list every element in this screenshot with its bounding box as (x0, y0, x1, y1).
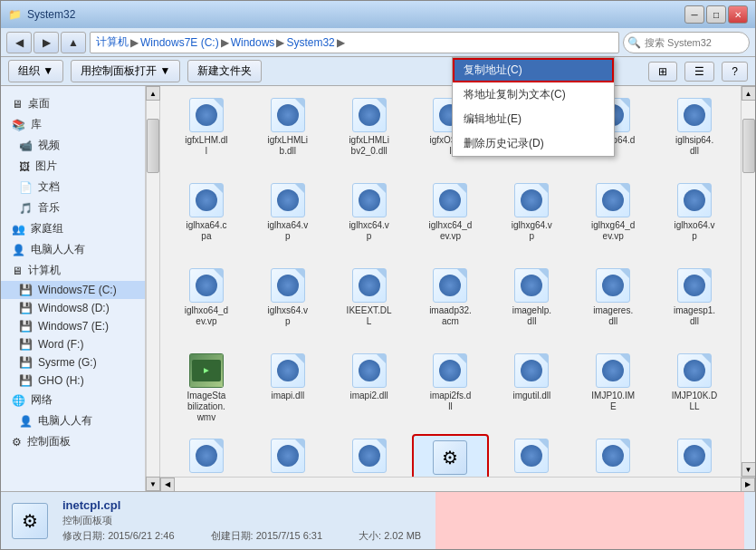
file-item[interactable]: iglhxa64.vp (249, 179, 327, 260)
organize-button[interactable]: 组织 ▼ (8, 60, 63, 82)
file-label: inetcomm.dll (349, 476, 390, 477)
sidebar-scroll-down[interactable]: ▼ (146, 477, 160, 491)
file-item[interactable]: imagehlp.dll (493, 264, 570, 345)
drive-g-icon: 💾 (19, 356, 33, 369)
path-drive[interactable]: Windows7E (C:) (140, 36, 219, 49)
file-label: imgutil.dll (513, 391, 551, 401)
maximize-button[interactable]: □ (706, 5, 726, 24)
view-button[interactable]: ⊞ (648, 62, 677, 82)
main-area: 🖥 桌面 📚 库 📹 视频 🖼 图片 📄 文档 🎵 音乐 (1, 86, 755, 491)
forward-button[interactable]: ▶ (33, 32, 59, 53)
view-toggle-button[interactable]: ☰ (684, 62, 714, 82)
sidebar-item-computer[interactable]: 🖥 计算机 (1, 260, 145, 281)
sidebar-item-control-panel[interactable]: ⚙ 控制面板 (1, 431, 145, 452)
path-windows[interactable]: Windows (231, 36, 275, 49)
file-label: inetpp.dll (595, 476, 631, 477)
file-label: imapi.dll (271, 391, 304, 401)
dropdown-item-edit[interactable]: 编辑地址(E) (453, 107, 614, 131)
file-item[interactable]: ▶ ImageStabilization.wmv (167, 349, 245, 430)
sidebar-item-drive-c[interactable]: 💾 Windows7E (C:) (1, 281, 145, 299)
file-scroll-down[interactable]: ▼ (742, 462, 756, 477)
file-item[interactable]: inetmib1.dll (493, 434, 570, 477)
file-item[interactable]: iglhxa64.cpa (167, 179, 245, 260)
file-item[interactable]: iglhxo64_dev.vp (167, 264, 245, 345)
address-path[interactable]: 计算机 ▶ Windows7E (C:) ▶ Windows ▶ System3… (90, 32, 619, 53)
file-item[interactable]: IMJP10K.DLL (656, 349, 733, 430)
up-button[interactable]: ▲ (61, 32, 86, 53)
file-item[interactable]: iglhxo64.vp (656, 179, 733, 260)
file-item[interactable]: igfxLHMLibv2_0.dll (330, 93, 408, 175)
toolbar: 组织 ▼ 用控制面板打开 ▼ 新建文件夹 ⊞ ☰ ? (1, 57, 755, 86)
file-label: imapi2fs.dll (430, 391, 472, 412)
sidebar-item-drive-h[interactable]: 💾 GHO (H:) (1, 371, 145, 390)
title-bar: 📁 System32 ─ □ ✕ (1, 1, 755, 28)
file-icon-dll (676, 97, 713, 133)
minimize-button[interactable]: ─ (684, 5, 704, 24)
sidebar-scrollbar: ▲ ▼ (146, 86, 160, 491)
file-item[interactable]: imagesp1.dll (656, 264, 733, 345)
file-item[interactable]: igfxLHM.dll (167, 93, 245, 175)
dropdown-item-delete-history[interactable]: 删除历史记录(D) (453, 131, 614, 156)
file-item[interactable]: imkr80.ime (167, 434, 245, 477)
control-panel-button[interactable]: 用控制面板打开 ▼ (71, 60, 180, 82)
file-item[interactable]: imm32.dll (249, 434, 327, 477)
sidebar-item-network[interactable]: 🌐 网络 (1, 390, 145, 410)
dropdown-item-copy-address[interactable]: 复制地址(C) (453, 58, 614, 82)
file-item[interactable]: iglhxg64.vp (493, 179, 570, 260)
file-scroll-track[interactable] (742, 101, 756, 462)
file-scroll-up[interactable]: ▲ (742, 86, 756, 101)
sidebar-item-drive-d[interactable]: 💾 Windows8 (D:) (1, 299, 145, 317)
file-item[interactable]: iglhxs64.vp (249, 264, 327, 345)
file-item[interactable]: imageres.dll (574, 264, 652, 345)
file-item[interactable]: inetppui.dll (656, 434, 733, 477)
file-label: iglhxo64_dev.vp (185, 305, 228, 327)
sidebar-item-drive-g[interactable]: 💾 Sysrme (G:) (1, 353, 145, 371)
sidebar-item-document[interactable]: 📄 文档 (1, 177, 145, 198)
file-item[interactable]: inetcomm.dll (330, 434, 408, 477)
file-item[interactable]: inetpp.dll (574, 434, 652, 477)
sidebar-scroll-thumb[interactable] (147, 119, 159, 173)
search-input[interactable] (645, 37, 756, 48)
path-computer[interactable]: 计算机 (96, 34, 129, 50)
file-item[interactable]: ⚙ inetcpl.cpl (412, 434, 490, 477)
file-item[interactable]: iglhxc64.vp (330, 179, 408, 260)
h-scroll-right[interactable]: ▶ (741, 478, 755, 492)
sidebar-item-drive-e[interactable]: 💾 Windows7 (E:) (1, 317, 145, 335)
file-item[interactable]: imapi2.dll (330, 349, 408, 430)
sidebar-scroll-track[interactable] (146, 101, 160, 477)
file-item[interactable]: imapi.dll (249, 349, 327, 430)
file-item[interactable]: IKEEXT.DLL (330, 264, 408, 345)
sidebar-item-desktop[interactable]: 🖥 桌面 (1, 93, 145, 114)
sidebar-item-drive-f[interactable]: 💾 Word (F:) (1, 335, 145, 353)
file-item[interactable]: iglhsip64.dll (656, 93, 733, 175)
search-box[interactable]: 🔍 (623, 32, 750, 53)
h-scroll-left[interactable]: ◀ (160, 478, 175, 492)
file-icon-dll (595, 182, 631, 218)
sidebar-item-picture[interactable]: 🖼 图片 (1, 156, 145, 177)
file-label: iglhxs64.vp (268, 305, 308, 327)
file-item[interactable]: iglhxg64_dev.vp (574, 179, 652, 260)
sidebar-item-music[interactable]: 🎵 音乐 (1, 198, 145, 218)
h-scroll-track[interactable] (175, 478, 741, 492)
back-button[interactable]: ◀ (6, 32, 32, 53)
file-icon-dll (513, 438, 550, 474)
sidebar-item-library[interactable]: 📚 库 (1, 114, 145, 135)
close-button[interactable]: ✕ (728, 5, 748, 24)
file-scroll-thumb[interactable] (742, 119, 755, 173)
file-item[interactable]: imapi2fs.dll (412, 349, 490, 430)
path-system32[interactable]: System32 (286, 36, 334, 49)
file-item[interactable]: imaadp32.acm (412, 264, 490, 345)
file-item[interactable]: igfxLHMLib.dll (249, 93, 327, 175)
new-folder-button[interactable]: 新建文件夹 (187, 60, 262, 82)
file-item[interactable]: imgutil.dll (493, 349, 570, 430)
sidebar-scroll-up[interactable]: ▲ (146, 86, 160, 101)
dropdown-item-copy-text[interactable]: 将地址复制为文本(C) (453, 82, 614, 107)
sidebar-item-person[interactable]: 👤 电脑人人有 (1, 239, 145, 260)
file-item[interactable]: iglhxc64_dev.vp (412, 179, 490, 260)
help-button[interactable]: ? (722, 62, 748, 82)
sidebar-item-homegroup[interactable]: 👥 家庭组 (1, 218, 145, 239)
sidebar-item-network-person[interactable]: 👤 电脑人人有 (1, 410, 145, 431)
sidebar-item-video[interactable]: 📹 视频 (1, 135, 145, 156)
file-item[interactable]: IMJP10.IME (574, 349, 652, 430)
file-label: imaadp32.acm (429, 305, 472, 327)
